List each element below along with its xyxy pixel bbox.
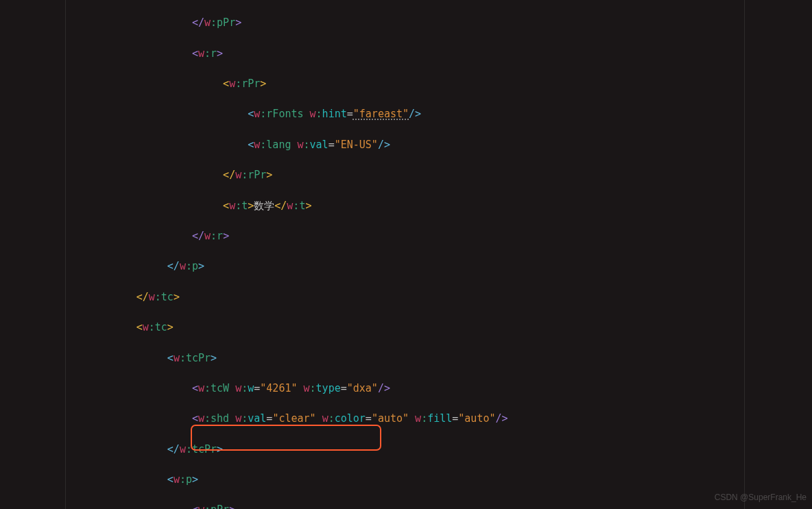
watermark: CSDN @SuperFrank_He xyxy=(715,490,807,505)
indent-guide xyxy=(744,0,745,509)
code-block: </w:pPr> <w:r> <w:rPr> <w:rFonts w:hint=… xyxy=(0,0,508,509)
